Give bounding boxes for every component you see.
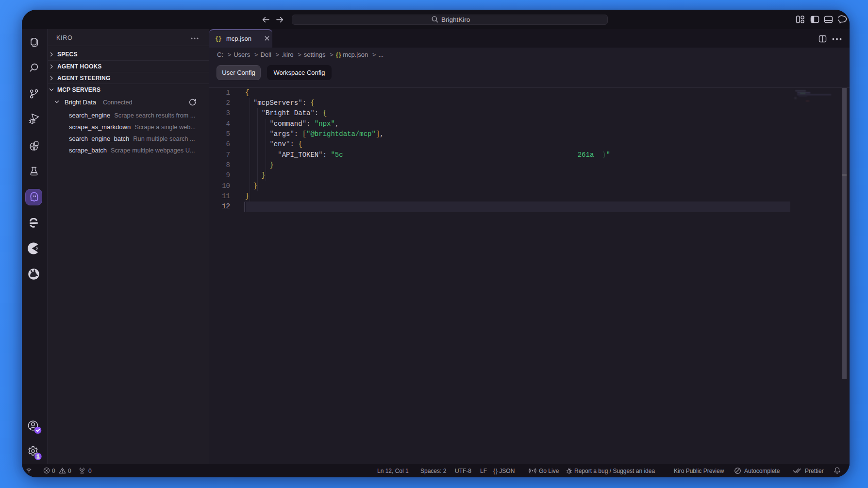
svg-text:1: 1	[37, 454, 40, 459]
